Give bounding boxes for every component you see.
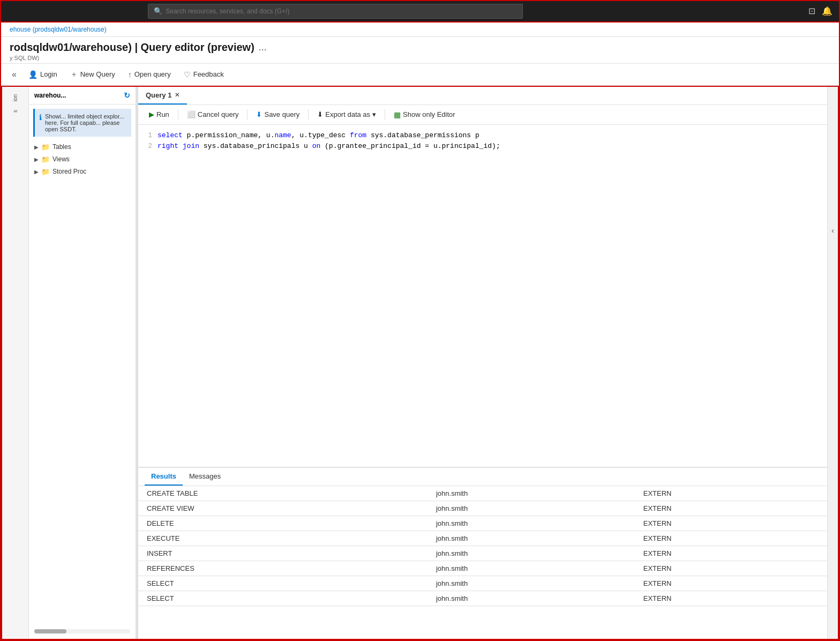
table-cell: EXTERN: [635, 546, 827, 561]
new-query-icon: ＋: [70, 70, 78, 79]
table-cell: EXTERN: [635, 501, 827, 516]
login-button[interactable]: 👤 Login: [23, 68, 63, 81]
table-cell: INSERT: [138, 546, 428, 561]
tree-arrow-views: ▶: [34, 156, 39, 162]
ellipsis-button[interactable]: ...: [259, 42, 267, 53]
tree-arrow-stored-procs: ▶: [34, 169, 39, 175]
new-query-button[interactable]: ＋ New Query: [65, 67, 121, 82]
table-row: SELECTjohn.smithEXTERN: [138, 576, 827, 591]
tree-label-views: Views: [52, 155, 70, 163]
table-cell: EXECUTE: [138, 531, 428, 546]
refresh-icon[interactable]: ↻: [124, 91, 130, 100]
export-data-button[interactable]: ⬇ Export data as ▾: [313, 108, 380, 121]
query-tabs: Query 1 ✕: [138, 87, 827, 105]
collapse-side-icon: ‹: [831, 226, 834, 235]
sidebar-header: warehou... ↻: [29, 87, 136, 105]
table-cell: REFERENCES: [138, 561, 428, 576]
tab-results[interactable]: Results: [145, 468, 183, 486]
results-panel: Results Messages CREATE TABLEjohn.smithE…: [138, 467, 827, 639]
query-tab-1[interactable]: Query 1 ✕: [138, 87, 187, 105]
feedback-icon: ♡: [184, 70, 191, 79]
editor-panel: Query 1 ✕ ▶ Run ⬜ Cancel query ⬇ Sav: [138, 87, 827, 639]
table-row: CREATE VIEWjohn.smithEXTERN: [138, 501, 827, 516]
table-cell: john.smith: [428, 591, 635, 606]
table-cell: EXTERN: [635, 576, 827, 591]
table-row: REFERENCESjohn.smithEXTERN: [138, 561, 827, 576]
tree-item-tables[interactable]: ▶ 📁 Tables: [29, 141, 136, 153]
line-number-1: 1: [138, 130, 158, 141]
editor-toolbar: ▶ Run ⬜ Cancel query ⬇ Save query ⬇ Expo…: [138, 105, 827, 125]
tab-messages[interactable]: Messages: [183, 468, 227, 486]
results-tabs: Results Messages: [138, 468, 827, 486]
results-table: CREATE TABLEjohn.smithEXTERNCREATE VIEWj…: [138, 486, 827, 606]
tree-item-stored-procs[interactable]: ▶ 📁 Stored Proc: [29, 166, 136, 178]
table-cell: SELECT: [138, 591, 428, 606]
folder-icon-tables: 📁: [41, 143, 50, 151]
table-row: SELECTjohn.smithEXTERN: [138, 591, 827, 606]
table-cell: john.smith: [428, 486, 635, 501]
open-query-icon: ↑: [128, 70, 132, 79]
table-row: INSERTjohn.smithEXTERN: [138, 546, 827, 561]
code-content-1: select p.permission_name, u.name, u.type…: [158, 130, 822, 141]
table-cell: DELETE: [138, 516, 428, 531]
table-cell: john.smith: [428, 561, 635, 576]
page-subtitle: y SQL DW): [10, 55, 830, 61]
tree-arrow-tables: ▶: [34, 144, 39, 150]
line-number-2: 2: [138, 141, 158, 152]
toolbar-divider-2: [247, 109, 248, 120]
cancel-icon: ⬜: [187, 110, 196, 118]
table-row: DELETEjohn.smithEXTERN: [138, 516, 827, 531]
tab-close-icon[interactable]: ✕: [175, 92, 179, 99]
table-row: EXECUTEjohn.smithEXTERN: [138, 531, 827, 546]
info-text: Showi... limited object explor... here. …: [45, 113, 127, 132]
terminal-icon[interactable]: ⊡: [808, 6, 815, 16]
save-query-button[interactable]: ⬇ Save query: [252, 108, 304, 121]
save-icon: ⬇: [256, 110, 262, 118]
tree-item-views[interactable]: ▶ 📁 Views: [29, 153, 136, 166]
search-input[interactable]: [166, 8, 517, 15]
table-cell: EXTERN: [635, 561, 827, 576]
info-icon: ℹ: [39, 113, 42, 132]
cancel-query-button[interactable]: ⬜ Cancel query: [183, 108, 243, 121]
top-bar: 🔍 ⊡ 🔔: [1, 1, 839, 23]
grid-icon: ▦: [394, 110, 401, 119]
sidebar-scrollbar[interactable]: [34, 629, 130, 633]
table-cell: EXTERN: [635, 486, 827, 501]
info-box: ℹ Showi... limited object explor... here…: [33, 109, 131, 137]
table-cell: SELECT: [138, 576, 428, 591]
search-bar[interactable]: 🔍: [148, 4, 523, 19]
collapse-button[interactable]: «: [8, 68, 21, 81]
notifications-icon[interactable]: 🔔: [822, 6, 832, 16]
results-table-wrap[interactable]: CREATE TABLEjohn.smithEXTERNCREATE VIEWj…: [138, 486, 827, 639]
main-layout: ion s warehou... ↻ ℹ Showi... limited ob…: [1, 86, 839, 640]
table-cell: CREATE VIEW: [138, 501, 428, 516]
feedback-button[interactable]: ♡ Feedback: [178, 68, 229, 81]
export-dropdown-icon: ▾: [372, 110, 376, 118]
table-cell: CREATE TABLE: [138, 486, 428, 501]
table-cell: EXTERN: [635, 531, 827, 546]
left-strip: ion s: [2, 87, 29, 639]
sidebar-title: warehou...: [34, 92, 66, 99]
tree-label-tables: Tables: [52, 143, 71, 151]
table-cell: john.smith: [428, 516, 635, 531]
toolbar-divider-3: [308, 109, 309, 120]
show-editor-button[interactable]: ▦ Show only Editor: [389, 108, 460, 121]
breadcrumb: ehouse (prodsqldw01/warehouse): [1, 23, 839, 37]
object-explorer-sidebar: warehou... ↻ ℹ Showi... limited object e…: [29, 87, 136, 639]
left-strip-item-1: ion: [10, 92, 20, 103]
main-toolbar: « 👤 Login ＋ New Query ↑ Open query ♡ Fee…: [1, 64, 839, 86]
toolbar-divider-4: [385, 109, 385, 120]
code-editor[interactable]: 1 select p.permission_name, u.name, u.ty…: [138, 125, 827, 467]
code-content-2: right join sys.database_principals u on …: [158, 141, 822, 152]
run-button[interactable]: ▶ Run: [145, 108, 174, 121]
table-cell: john.smith: [428, 576, 635, 591]
folder-icon-views: 📁: [41, 155, 50, 163]
collapse-side-button[interactable]: ‹: [827, 87, 838, 639]
open-query-button[interactable]: ↑ Open query: [123, 68, 176, 81]
breadcrumb-link[interactable]: ehouse (prodsqldw01/warehouse): [10, 26, 107, 33]
code-line-2: 2 right join sys.database_principals u o…: [138, 141, 822, 152]
page-header: rodsqldw01/warehouse) | Query editor (pr…: [1, 37, 839, 64]
search-icon: 🔍: [154, 7, 162, 15]
table-row: CREATE TABLEjohn.smithEXTERN: [138, 486, 827, 501]
toolbar-divider-1: [178, 109, 178, 120]
